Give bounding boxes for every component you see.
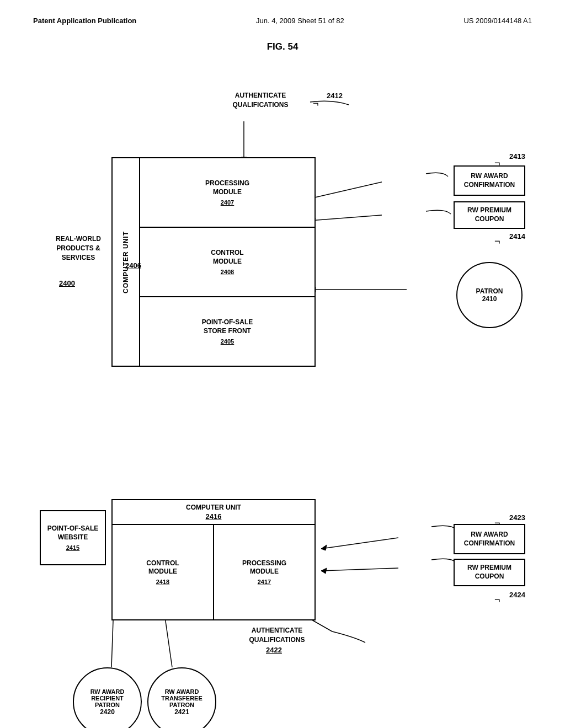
authenticate-qualifications-bottom-label: AUTHENTICATEQUALIFICATIONS bbox=[227, 626, 327, 645]
control-module-top: CONTROLMODULE 2408 bbox=[140, 228, 315, 297]
point-of-sale-store-front: POINT-OF-SALESTORE FRONT 2405 bbox=[140, 297, 315, 366]
ref-2412: 2412 bbox=[327, 91, 343, 101]
rw-premium-coupon-bottom: RW PREMIUMCOUPON bbox=[454, 559, 525, 586]
computer-unit-top-inner: PROCESSINGMODULE 2407 CONTROLMODULE 2408… bbox=[140, 158, 315, 366]
header-publication-label: Patent Application Publication bbox=[33, 17, 136, 25]
ref-2424: 2424 bbox=[509, 590, 525, 600]
bracket-2424: ⌐ bbox=[494, 594, 500, 606]
rw-award-recipient-patron-circle: RW AWARDRECIPIENTPATRON 2420 bbox=[73, 667, 142, 728]
figure-title: FIG. 54 bbox=[33, 41, 532, 52]
svg-line-2 bbox=[310, 182, 382, 199]
rw-premium-coupon-top: RW PREMIUMCOUPON bbox=[454, 201, 525, 229]
bottom-computer-unit-outer-box: COMPUTER UNIT 2416 CONTROLMODULE 2418 PR… bbox=[111, 499, 316, 620]
patron-circle-top: PATRON 2410 bbox=[456, 262, 523, 328]
control-module-bottom: CONTROLMODULE 2418 bbox=[113, 525, 214, 619]
top-computer-unit-outer-box: COMPUTER UNIT PROCESSINGMODULE 2407 CONT… bbox=[111, 157, 316, 367]
page-header: Patent Application Publication Jun. 4, 2… bbox=[33, 11, 532, 25]
computer-unit-bottom-header: COMPUTER UNIT 2416 bbox=[113, 500, 315, 525]
ref-2423: 2423 bbox=[509, 513, 525, 523]
ref-2422: 2422 bbox=[266, 645, 282, 655]
bottom-inner-row: CONTROLMODULE 2418 PROCESSINGMODULE 2417 bbox=[113, 525, 315, 619]
rw-award-transferee-patron-circle: RW AWARDTRANSFEREEPATRON 2421 bbox=[147, 667, 216, 728]
processing-module-top: PROCESSINGMODULE 2407 bbox=[140, 158, 315, 228]
rw-award-confirmation-bottom: RW AWARDCONFIRMATION bbox=[454, 524, 525, 554]
ref-2406: 2406 bbox=[125, 261, 141, 271]
bracket-2412: ⌐ bbox=[313, 98, 319, 109]
diagram-area: AUTHENTICATEQUALIFICATIONS 2412 ⌐ 2413 ⌐… bbox=[40, 74, 525, 709]
svg-line-12 bbox=[321, 568, 398, 571]
ref-2400: 2400 bbox=[59, 279, 75, 288]
ref-2414: 2414 bbox=[509, 232, 525, 242]
processing-module-bottom: PROCESSINGMODULE 2417 bbox=[214, 525, 315, 619]
svg-line-4 bbox=[310, 215, 382, 221]
svg-line-10 bbox=[321, 538, 398, 549]
ref-2413: 2413 bbox=[509, 152, 525, 162]
header-patent-number: US 2009/0144148 A1 bbox=[463, 17, 532, 25]
authenticate-qualifications-top-label: AUTHENTICATEQUALIFICATIONS bbox=[211, 91, 310, 110]
header-date-sheet: Jun. 4, 2009 Sheet 51 of 82 bbox=[256, 17, 344, 25]
svg-marker-13 bbox=[321, 568, 327, 574]
point-of-sale-website: POINT-OF-SALEWEBSITE 2415 bbox=[40, 510, 106, 565]
svg-marker-11 bbox=[321, 545, 327, 550]
real-world-products-label: REAL-WORLDPRODUCTS &SERVICES bbox=[51, 234, 106, 262]
rw-award-confirmation-top: RW AWARDCONFIRMATION bbox=[454, 165, 525, 196]
page: Patent Application Publication Jun. 4, 2… bbox=[0, 0, 565, 728]
bracket-2414: ⌐ bbox=[494, 235, 500, 247]
